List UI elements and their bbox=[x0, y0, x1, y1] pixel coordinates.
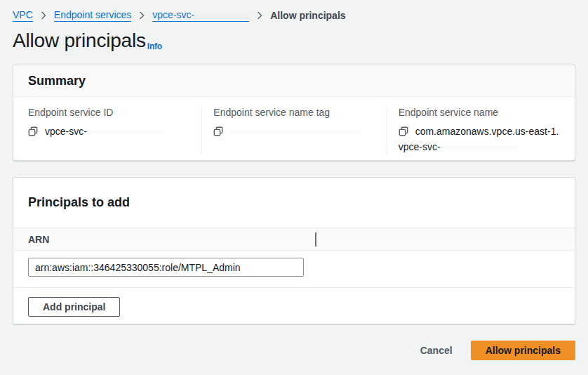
redacted-text: ........................................… bbox=[230, 125, 362, 135]
principals-card-header: Principals to add bbox=[13, 178, 575, 228]
redacted-text: ........................................… bbox=[194, 11, 249, 20]
chevron-right-icon bbox=[257, 11, 262, 20]
redacted-text: ........................................… bbox=[441, 140, 519, 150]
summary-card-header: Summary bbox=[13, 65, 575, 97]
field-value: vpce-svc-...............................… bbox=[28, 124, 189, 139]
principals-card-footer: Add principal bbox=[13, 287, 575, 326]
allow-principals-button[interactable]: Allow principals bbox=[471, 341, 575, 360]
page-actions: Cancel Allow principals bbox=[13, 341, 575, 360]
summary-field-endpoint-service-name-tag: Endpoint service name tag ..............… bbox=[201, 106, 386, 154]
info-link[interactable]: Info bbox=[147, 41, 162, 51]
field-value: ........................................… bbox=[213, 124, 376, 139]
column-divider bbox=[315, 232, 316, 246]
summary-title: Summary bbox=[28, 74, 86, 88]
summary-card: Summary Endpoint service ID vpce-svc-...… bbox=[13, 65, 575, 161]
copy-icon[interactable] bbox=[399, 126, 408, 136]
field-label: Endpoint service ID bbox=[28, 106, 189, 119]
breadcrumb: VPC Endpoint services vpce-svc- ........… bbox=[13, 8, 346, 22]
field-value: com.amazonaws.vpce.us-east-1.vpce-svc-..… bbox=[399, 124, 560, 154]
page-title: Allow principalsInfo bbox=[13, 29, 162, 52]
allow-principals-page: { "colors": { "page_background": "#f2f3f… bbox=[0, 0, 588, 375]
principals-title: Principals to add bbox=[28, 195, 130, 210]
redacted-text: ........................................… bbox=[87, 125, 163, 135]
principals-to-add-card: Principals to add ARN Add principal bbox=[13, 177, 575, 324]
breadcrumb-link-service-id[interactable]: vpce-svc- ..............................… bbox=[152, 9, 249, 22]
summary-field-endpoint-service-id: Endpoint service ID vpce-svc-...........… bbox=[28, 106, 201, 154]
field-label: Endpoint service name tag bbox=[213, 106, 376, 119]
arn-table-header: ARN bbox=[13, 228, 575, 251]
arn-input-row bbox=[13, 251, 575, 281]
page-title-text: Allow principals bbox=[13, 29, 146, 51]
field-label: Endpoint service name bbox=[399, 106, 560, 119]
summary-field-endpoint-service-name: Endpoint service name com.amazonaws.vpce… bbox=[387, 106, 560, 154]
chevron-right-icon bbox=[41, 11, 46, 20]
breadcrumb-link-endpoint-services[interactable]: Endpoint services bbox=[54, 9, 132, 22]
breadcrumb-service-id-prefix: vpce-svc- bbox=[152, 9, 194, 21]
arn-column-header: ARN bbox=[28, 234, 49, 245]
endpoint-service-id-prefix: vpce-svc- bbox=[45, 126, 87, 137]
copy-icon[interactable] bbox=[213, 126, 223, 136]
add-principal-button[interactable]: Add principal bbox=[28, 297, 120, 317]
arn-input[interactable] bbox=[28, 258, 304, 277]
breadcrumb-link-vpc[interactable]: VPC bbox=[13, 9, 33, 22]
breadcrumb-current: Allow principals bbox=[270, 10, 345, 21]
chevron-right-icon bbox=[139, 11, 145, 20]
cancel-button[interactable]: Cancel bbox=[420, 345, 453, 356]
copy-icon[interactable] bbox=[28, 126, 38, 136]
summary-body: Endpoint service ID vpce-svc-...........… bbox=[13, 97, 575, 154]
